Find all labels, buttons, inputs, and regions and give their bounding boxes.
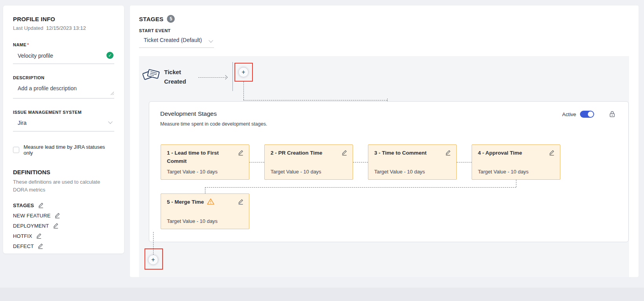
development-stages-subtitle: Measure time spent in code development s… [160, 121, 267, 127]
active-label: Active [562, 111, 576, 117]
start-event-select[interactable]: Ticket Created (Default) [139, 35, 214, 48]
vertical-divider [232, 62, 233, 91]
connector-dashed [153, 232, 154, 255]
connector-dashed [205, 187, 516, 188]
lead-time-checkbox[interactable] [13, 147, 19, 153]
name-field-wrap: ✓ [13, 50, 114, 64]
chevron-down-icon [209, 38, 213, 42]
lock-icon[interactable] [609, 111, 615, 118]
stage-target-value: Target Value - 10 days [167, 169, 244, 175]
active-toggle[interactable] [580, 111, 594, 118]
edit-definition-icon[interactable] [53, 223, 59, 229]
connector-dashed [249, 162, 264, 162]
stage-name: 1 - Lead time to First Commit [167, 149, 238, 166]
name-input[interactable] [18, 52, 104, 59]
stages-header: STAGES 5 [139, 15, 175, 23]
description-label: DESCRIPTION [13, 75, 114, 80]
stage-card: 2 - PR Creation TimeTarget Value - 10 da… [264, 144, 353, 180]
description-textarea[interactable] [18, 85, 104, 92]
tickets-icon [143, 66, 161, 84]
page-bottom-band [0, 288, 644, 301]
edit-stage-icon[interactable] [341, 150, 348, 156]
ims-select[interactable]: Jira [13, 118, 114, 131]
stage-target-value: Target Value - 10 days [478, 169, 555, 175]
stages-panel: STAGES 5 START EVENT Ticket Created (Def… [130, 5, 639, 277]
start-node-label: Ticket Created [164, 67, 186, 86]
edit-definition-icon[interactable] [38, 202, 44, 208]
definition-label: DEPLOYMENT [13, 223, 49, 229]
connector-dashed [205, 187, 205, 193]
edit-definition-icon[interactable] [36, 233, 42, 239]
ims-label: ISSUE MANAGEMENT SYSTEM [13, 110, 114, 115]
last-updated-label: Last Updated [13, 25, 43, 31]
start-event-selected-value: Ticket Created (Default) [144, 37, 202, 43]
stage-target-value: Target Value - 10 days [271, 169, 348, 175]
add-stage-button-bottom[interactable]: + [148, 255, 158, 265]
definitions-description: These definitions are used to calculate … [13, 178, 112, 194]
stage-card: 3 - Time to CommentTarget Value - 10 day… [368, 144, 457, 180]
stages-title: STAGES [139, 16, 163, 22]
start-event-label: START EVENT [139, 28, 171, 33]
edit-stage-icon[interactable] [549, 150, 555, 156]
stages-count-badge: 5 [167, 15, 175, 23]
toggle-knob [588, 111, 593, 117]
stage-target-value: Target Value - 10 days [374, 169, 451, 175]
stage-name: 2 - PR Creation Time [271, 149, 341, 157]
last-updated: Last Updated 12/15/2023 13:12 [13, 25, 114, 31]
arrowhead-icon [223, 75, 227, 79]
definition-label: DEFECT [13, 243, 34, 249]
edit-stage-icon[interactable] [238, 150, 244, 156]
edit-stage-icon[interactable] [238, 199, 244, 205]
definition-row: HOTFIX [13, 231, 114, 241]
definitions-list: STAGESNEW FEATUREDEPLOYMENTHOTFIXDEFECT [13, 200, 114, 251]
connector-dashed [243, 100, 387, 100]
valid-check-icon: ✓ [106, 52, 113, 59]
required-asterisk: * [27, 42, 29, 47]
connector-dashed [457, 162, 472, 162]
edit-definition-icon[interactable] [54, 212, 60, 219]
connector-dashed [353, 162, 368, 162]
development-stages-panel: Development Stages Measure time spent in… [149, 101, 629, 242]
connector-dashed [243, 82, 244, 100]
stage-name: 5 - Merge Time [167, 198, 238, 206]
flow-arrow-dashed [198, 77, 226, 78]
profile-info-title: PROFILE INFO [13, 16, 114, 22]
definition-row: DEFECT [13, 241, 114, 251]
definition-row: NEW FEATURE [13, 210, 114, 221]
definition-label: STAGES [13, 202, 34, 208]
definition-row: STAGES [13, 200, 114, 210]
workflow-canvas: Ticket Created + Development Stages Meas… [139, 56, 629, 277]
stage-card: 4 - Approval TimeTarget Value - 10 days [472, 144, 560, 180]
definition-label: HOTFIX [13, 233, 32, 239]
lead-time-checkbox-row[interactable]: Measure lead time by JIRA statuses only [13, 144, 114, 156]
add-stage-button-top[interactable]: + [238, 67, 249, 77]
definition-label: NEW FEATURE [13, 213, 51, 219]
definitions-title: DEFINITIONS [13, 169, 114, 175]
stage-target-value: Target Value - 10 days [167, 218, 244, 224]
connector-dashed [387, 99, 388, 101]
connector-dashed [516, 180, 516, 187]
edit-definition-icon[interactable] [37, 243, 44, 249]
definition-row: DEPLOYMENT [13, 221, 114, 231]
stage-card: 1 - Lead time to First CommitTarget Valu… [161, 144, 249, 180]
ims-selected-value: Jira [18, 120, 114, 127]
description-field-wrap [13, 83, 114, 99]
development-stages-title: Development Stages [160, 110, 217, 117]
stage-name: 4 - Approval Time [478, 149, 549, 157]
resize-handle-icon[interactable] [110, 90, 114, 97]
edit-stage-icon[interactable] [445, 150, 451, 156]
lead-time-checkbox-label: Measure lead time by JIRA statuses only [24, 144, 114, 156]
stage-name: 3 - Time to Comment [374, 149, 445, 157]
name-label: NAME* [13, 42, 114, 47]
profile-info-panel: PROFILE INFO Last Updated 12/15/2023 13:… [3, 5, 124, 254]
stage-card: 5 - Merge TimeTarget Value - 10 days [161, 193, 249, 229]
